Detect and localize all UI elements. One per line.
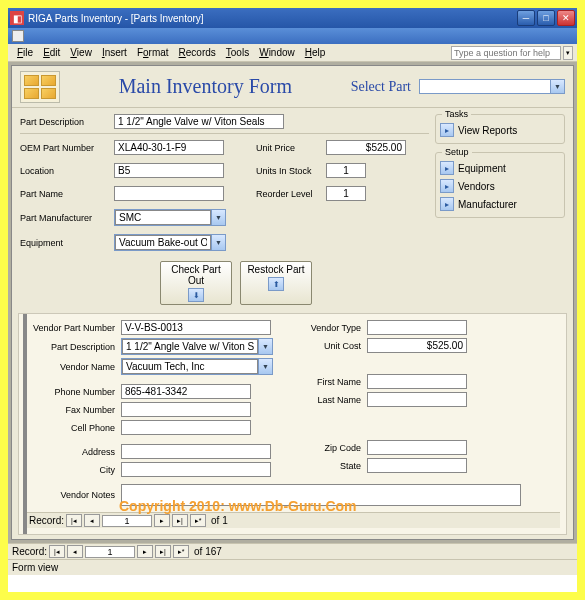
location-input[interactable] bbox=[114, 163, 224, 178]
state-label: State bbox=[297, 461, 367, 471]
first-name-input[interactable] bbox=[367, 374, 467, 389]
last-name-label: Last Name bbox=[297, 395, 367, 405]
unit-cost-input[interactable] bbox=[367, 338, 467, 353]
check-part-out-button[interactable]: Check Part Out⬇ bbox=[160, 261, 232, 305]
chevron-down-icon[interactable]: ▼ bbox=[258, 339, 272, 354]
location-label: Location bbox=[20, 166, 114, 176]
menu-tools[interactable]: Tools bbox=[221, 47, 254, 58]
nav-new-button[interactable]: ▸* bbox=[173, 545, 189, 558]
menu-records[interactable]: Records bbox=[174, 47, 221, 58]
manufacturer-combo[interactable]: ▼ bbox=[114, 209, 226, 226]
status-text: Form view bbox=[12, 562, 58, 573]
tasks-title: Tasks bbox=[442, 109, 471, 119]
menu-window[interactable]: Window bbox=[254, 47, 300, 58]
vendor-part-number-input[interactable] bbox=[121, 320, 271, 335]
main-record-nav: Record: |◂ ◂ ▸ ▸| ▸* of 167 bbox=[8, 543, 577, 559]
vendor-name-input[interactable] bbox=[122, 359, 258, 374]
vendor-name-label: Vendor Name bbox=[25, 362, 121, 372]
nav-prev-button[interactable]: ◂ bbox=[67, 545, 83, 558]
vendor-type-label: Vendor Type bbox=[297, 323, 367, 333]
view-reports-button[interactable]: ▸View Reports bbox=[440, 121, 560, 139]
unit-price-label: Unit Price bbox=[256, 143, 326, 153]
setup-group: Setup ▸Equipment ▸Vendors ▸Manufacturer bbox=[435, 152, 565, 218]
zip-label: Zip Code bbox=[297, 443, 367, 453]
nav-prev-button[interactable]: ◂ bbox=[84, 514, 100, 527]
part-description-label: Part Description bbox=[20, 117, 114, 127]
help-dropdown-button[interactable]: ▾ bbox=[563, 46, 573, 60]
switchboard-icon[interactable] bbox=[20, 71, 60, 103]
menu-format[interactable]: Format bbox=[132, 47, 174, 58]
menu-help[interactable]: Help bbox=[300, 47, 331, 58]
tasks-group: Tasks ▸View Reports bbox=[435, 114, 565, 144]
part-name-input[interactable] bbox=[114, 186, 224, 201]
vendor-name-combo[interactable]: ▼ bbox=[121, 358, 273, 375]
last-name-input[interactable] bbox=[367, 392, 467, 407]
subform-record-nav: Record: |◂ ◂ ▸ ▸| ▸* of 1 bbox=[25, 512, 560, 528]
nav-current-input[interactable] bbox=[102, 515, 152, 527]
menu-edit[interactable]: Edit bbox=[38, 47, 65, 58]
menu-view[interactable]: View bbox=[65, 47, 97, 58]
part-description-input[interactable] bbox=[114, 114, 284, 129]
reorder-input[interactable] bbox=[326, 186, 366, 201]
phone-input[interactable] bbox=[121, 384, 251, 399]
vendor-type-input[interactable] bbox=[367, 320, 467, 335]
title-bar: ◧ RIGA Parts Inventory - [Parts Inventor… bbox=[8, 8, 577, 28]
nav-last-button[interactable]: ▸| bbox=[172, 514, 188, 527]
phone-label: Phone Number bbox=[25, 387, 121, 397]
cell-input[interactable] bbox=[121, 420, 251, 435]
equipment-combo[interactable]: ▼ bbox=[114, 234, 226, 251]
vendor-part-desc-input[interactable] bbox=[122, 339, 258, 354]
select-part-combo[interactable]: ▼ bbox=[419, 79, 565, 94]
minimize-button[interactable]: ─ bbox=[517, 10, 535, 26]
vendor-part-number-label: Vendor Part Number bbox=[25, 323, 121, 333]
nav-new-button[interactable]: ▸* bbox=[190, 514, 206, 527]
form-title: Main Inventory Form bbox=[60, 75, 351, 98]
setup-vendors-button[interactable]: ▸Vendors bbox=[440, 177, 560, 195]
chevron-down-icon[interactable]: ▼ bbox=[258, 359, 272, 374]
mdi-system-icon[interactable] bbox=[12, 30, 24, 42]
zip-input[interactable] bbox=[367, 440, 467, 455]
nav-next-button[interactable]: ▸ bbox=[154, 514, 170, 527]
close-button[interactable]: ✕ bbox=[557, 10, 575, 26]
fax-label: Fax Number bbox=[25, 405, 121, 415]
nav-current-input[interactable] bbox=[85, 546, 135, 558]
vendor-part-desc-combo[interactable]: ▼ bbox=[121, 338, 273, 355]
select-part-input[interactable] bbox=[420, 80, 550, 93]
arrow-icon: ▸ bbox=[440, 179, 454, 193]
chevron-down-icon[interactable]: ▼ bbox=[211, 210, 225, 225]
unit-price-input[interactable] bbox=[326, 140, 406, 155]
setup-title: Setup bbox=[442, 147, 472, 157]
address-label: Address bbox=[25, 447, 121, 457]
fax-input[interactable] bbox=[121, 402, 251, 417]
maximize-button[interactable]: □ bbox=[537, 10, 555, 26]
vendor-subform: Vendor Part Number Part Description▼ Ven… bbox=[18, 313, 567, 535]
setup-manufacturer-button[interactable]: ▸Manufacturer bbox=[440, 195, 560, 213]
oem-input[interactable] bbox=[114, 140, 224, 155]
units-stock-input[interactable] bbox=[326, 163, 366, 178]
watermark-text: Copyright 2010: www.Db-Guru.Com bbox=[119, 498, 357, 514]
reorder-label: Reorder Level bbox=[256, 189, 326, 199]
nav-next-button[interactable]: ▸ bbox=[137, 545, 153, 558]
city-input[interactable] bbox=[121, 462, 271, 477]
address-input[interactable] bbox=[121, 444, 271, 459]
manufacturer-input[interactable] bbox=[115, 210, 211, 225]
menu-insert[interactable]: Insert bbox=[97, 47, 132, 58]
restock-part-button[interactable]: Restock Part⬆ bbox=[240, 261, 312, 305]
nav-first-button[interactable]: |◂ bbox=[66, 514, 82, 527]
equipment-label: Equipment bbox=[20, 238, 114, 248]
chevron-down-icon[interactable]: ▼ bbox=[550, 80, 564, 93]
menu-file[interactable]: File bbox=[12, 47, 38, 58]
chevron-down-icon[interactable]: ▼ bbox=[211, 235, 225, 250]
arrow-icon: ▸ bbox=[440, 123, 454, 137]
cell-label: Cell Phone bbox=[25, 423, 121, 433]
part-name-label: Part Name bbox=[20, 189, 114, 199]
restock-icon: ⬆ bbox=[268, 277, 284, 291]
state-input[interactable] bbox=[367, 458, 467, 473]
equipment-input[interactable] bbox=[115, 235, 211, 250]
nav-last-button[interactable]: ▸| bbox=[155, 545, 171, 558]
nav-first-button[interactable]: |◂ bbox=[49, 545, 65, 558]
first-name-label: First Name bbox=[297, 377, 367, 387]
setup-equipment-button[interactable]: ▸Equipment bbox=[440, 159, 560, 177]
help-search-input[interactable] bbox=[451, 46, 561, 60]
app-icon: ◧ bbox=[10, 11, 24, 25]
